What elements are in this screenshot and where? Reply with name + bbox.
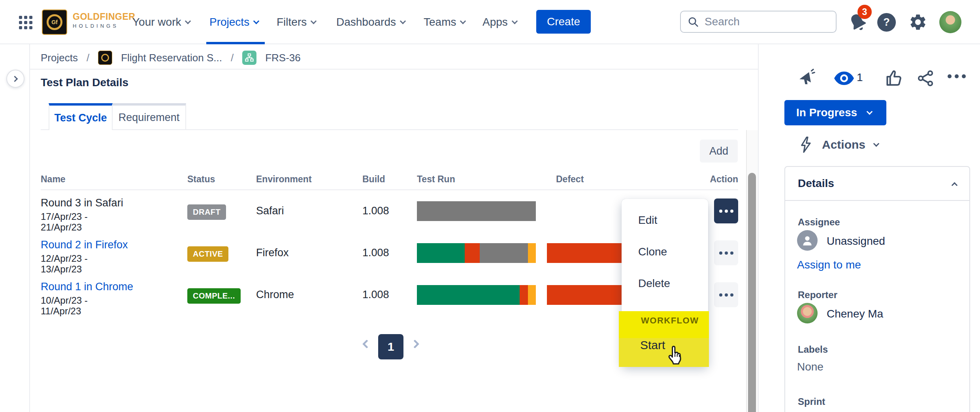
details-panel-header[interactable]: Details xyxy=(785,167,969,201)
test-run-bar xyxy=(417,243,536,263)
chevron-down-icon xyxy=(867,108,873,115)
bar-segment-defect xyxy=(547,285,631,305)
top-navbar: Gf GOLDFINGER HOLDINGS Your work Project… xyxy=(0,0,980,44)
actions-dropdown[interactable]: Actions xyxy=(798,136,878,153)
column-header-test-run: Test Run xyxy=(417,174,455,185)
nav-item-apps[interactable]: Apps xyxy=(482,16,517,28)
defect-bar xyxy=(547,243,630,263)
notification-count-badge: 3 xyxy=(858,5,872,19)
status-dropdown-button[interactable]: In Progress xyxy=(784,100,886,125)
environment-value: Safari xyxy=(256,205,284,217)
menu-section-workflow: WORKFLOW xyxy=(641,316,699,326)
test-plan-type-icon xyxy=(242,51,256,65)
pagination-next-icon[interactable] xyxy=(411,340,420,349)
test-cycle-dates: 12/Apr/23 - 13/Apr/23 xyxy=(41,253,88,274)
person-icon xyxy=(801,234,814,247)
brand-text: GOLDFINGER HOLDINGS xyxy=(73,12,135,29)
status-badge: COMPLE... xyxy=(187,288,241,304)
labels-label: Labels xyxy=(798,344,828,355)
menu-item-delete[interactable]: Delete xyxy=(638,277,670,290)
bar-segment-wip xyxy=(528,243,536,263)
bar-segment-pass xyxy=(417,243,465,263)
project-avatar-icon xyxy=(98,51,112,65)
lightning-bolt-icon xyxy=(798,136,813,153)
create-button[interactable]: Create xyxy=(536,10,591,34)
breadcrumb: Projects / Flight Reservation S... / FRS… xyxy=(41,51,301,65)
like-thumbs-up-icon[interactable] xyxy=(884,68,903,88)
bar-segment-fail xyxy=(520,285,528,305)
chevron-down-icon xyxy=(873,140,880,147)
assignee-avatar xyxy=(797,230,818,251)
defect-bar xyxy=(547,285,631,305)
cursor-hand-icon xyxy=(666,344,684,365)
tab-requirement[interactable]: Requirement xyxy=(113,103,186,130)
chevron-down-icon xyxy=(400,18,406,24)
chevron-right-icon xyxy=(11,76,18,82)
help-icon[interactable]: ? xyxy=(877,13,896,32)
reporter-label: Reporter xyxy=(798,289,837,300)
column-header-environment: Environment xyxy=(256,174,312,185)
details-panel: Details Assignee Unassigned Assign to me… xyxy=(784,166,970,412)
breadcrumb-project[interactable]: Flight Reservation S... xyxy=(121,52,222,64)
test-run-bar xyxy=(417,285,536,305)
add-button[interactable]: Add xyxy=(700,140,738,163)
nav-item-projects[interactable]: Projects xyxy=(209,16,258,28)
row-actions-button[interactable] xyxy=(714,282,738,307)
chevron-down-icon xyxy=(512,18,518,24)
test-cycle-link[interactable]: Round 1 in Chrome xyxy=(41,281,133,293)
settings-gear-icon[interactable] xyxy=(908,13,927,32)
assign-to-me-link[interactable]: Assign to me xyxy=(797,259,861,271)
menu-item-edit[interactable]: Edit xyxy=(638,214,657,227)
bar-segment-defect xyxy=(547,243,630,263)
chevron-down-icon xyxy=(460,18,466,24)
test-cycle-dates: 10/Apr/23 - 11/Apr/23 xyxy=(41,295,88,316)
nav-item-your-work[interactable]: Your work xyxy=(132,16,190,28)
row-actions-button[interactable] xyxy=(714,240,738,265)
build-value: 1.008 xyxy=(362,205,389,217)
pagination-current-page[interactable]: 1 xyxy=(378,334,403,359)
divider xyxy=(30,69,758,70)
status-badge: DRAFT xyxy=(187,204,226,220)
company-logo[interactable]: Gf xyxy=(42,9,67,35)
scrollbar-thumb[interactable] xyxy=(748,173,756,412)
app-switcher-icon[interactable] xyxy=(19,16,33,30)
nav-item-teams[interactable]: Teams xyxy=(424,16,465,28)
bar-segment-pass xyxy=(417,285,520,305)
environment-value: Chrome xyxy=(256,289,294,301)
more-actions-icon[interactable] xyxy=(948,74,966,78)
row-context-menu: Edit Clone Delete WORKFLOW Start xyxy=(622,199,708,365)
test-cycle-name: Round 3 in Safari xyxy=(41,197,123,209)
bar-segment-unexecuted xyxy=(480,243,528,263)
breadcrumb-issue[interactable]: FRS-36 xyxy=(265,52,301,64)
pagination-prev-icon[interactable] xyxy=(362,340,371,349)
row-actions-button[interactable] xyxy=(714,198,738,223)
chevron-up-icon xyxy=(952,182,958,188)
nav-item-filters[interactable]: Filters xyxy=(277,16,316,28)
search-box[interactable] xyxy=(680,11,837,33)
expand-sidebar-button[interactable] xyxy=(6,70,24,88)
watch-count: 1 xyxy=(857,71,863,84)
watch-eye-icon[interactable] xyxy=(833,70,855,86)
breadcrumb-projects[interactable]: Projects xyxy=(41,52,78,64)
nav-item-dashboards[interactable]: Dashboards xyxy=(336,16,405,28)
column-header-build: Build xyxy=(362,174,385,185)
menu-item-start[interactable]: Start xyxy=(640,338,665,352)
share-icon[interactable] xyxy=(916,69,935,88)
user-avatar[interactable] xyxy=(939,11,961,33)
feedback-megaphone-icon[interactable] xyxy=(797,68,817,88)
build-value: 1.008 xyxy=(362,247,389,259)
search-icon xyxy=(687,16,699,28)
test-cycle-link[interactable]: Round 2 in Firefox xyxy=(41,239,128,251)
column-header-defect: Defect xyxy=(556,174,584,185)
reporter-avatar xyxy=(797,303,818,323)
reporter-value: Cheney Ma xyxy=(827,308,883,320)
bar-segment-wip xyxy=(528,285,536,305)
logo-monogram: Gf xyxy=(47,14,62,30)
tab-test-cycle[interactable]: Test Cycle xyxy=(49,103,113,130)
assignee-value: Unassigned xyxy=(827,235,885,248)
sprint-label: Sprint xyxy=(798,396,825,407)
search-input[interactable] xyxy=(705,15,823,28)
environment-value: Firefox xyxy=(256,247,289,259)
menu-item-clone[interactable]: Clone xyxy=(638,246,667,258)
assignee-label: Assignee xyxy=(798,217,840,228)
